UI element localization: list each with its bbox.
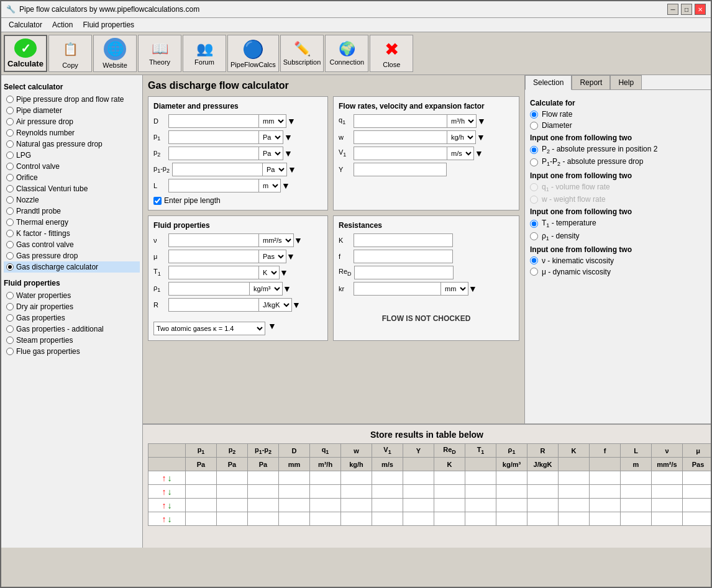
T1-input[interactable]: 288: [168, 266, 258, 279]
radio-gas-pressure[interactable]: [6, 252, 14, 260]
q1-input[interactable]: 102.906845: [354, 114, 447, 128]
pipeflowcalcs-button[interactable]: 🔵 PipeFlowCalcs: [227, 35, 279, 72]
flow-rate-radio[interactable]: [530, 111, 538, 119]
P1P2-unit-dropdown[interactable]: ▼: [288, 165, 296, 174]
sidebar-item-nozzle[interactable]: Nozzle: [4, 194, 140, 206]
radio-pipe-diameter[interactable]: [6, 107, 14, 114]
V1-input[interactable]: 90.989685: [354, 147, 447, 160]
v-kin-radio[interactable]: [530, 256, 538, 265]
f-input[interactable]: 0.03105155: [354, 250, 453, 263]
theory-button[interactable]: 📖 Theory: [138, 35, 181, 72]
sidebar-item-pipe-diameter[interactable]: Pipe diameter: [4, 105, 140, 116]
menu-calculator[interactable]: Calculator: [4, 19, 47, 30]
P1P2-unit-select[interactable]: Pa: [262, 163, 287, 176]
sidebar-item-venturi[interactable]: Classical Venturi tube: [4, 183, 140, 194]
calculate-button[interactable]: Calculate: [4, 35, 47, 72]
P2-unit-select[interactable]: Pa: [258, 147, 283, 160]
sidebar-item-flue-gas[interactable]: Flue gas properties: [4, 346, 140, 357]
row-1-up-red[interactable]: ↑: [162, 473, 167, 483]
sidebar-item-kfactor[interactable]: K factor - fittings: [4, 228, 140, 239]
V1-unit-select[interactable]: m/s: [447, 147, 474, 160]
enter-pipe-length-checkbox[interactable]: [153, 197, 162, 205]
sidebar-item-thermal[interactable]: Thermal energy: [4, 217, 140, 228]
radio-venturi[interactable]: [6, 185, 14, 192]
rho1-input[interactable]: 1.8147503: [168, 282, 249, 296]
sidebar-item-gas-props-additional[interactable]: Gas properties - additional: [4, 323, 140, 335]
P1-input[interactable]: 150000: [168, 130, 258, 144]
sidebar-item-pipe-pressure[interactable]: Pipe pressure drop and flow rate: [4, 94, 140, 105]
radio-gas-discharge[interactable]: [6, 263, 14, 271]
radio-lpg[interactable]: [6, 152, 14, 159]
rho1-dens-radio[interactable]: [530, 232, 538, 240]
P2-unit-dropdown[interactable]: ▼: [284, 148, 293, 158]
p2-abs-radio[interactable]: [530, 146, 538, 154]
minimize-button[interactable]: ─: [667, 4, 678, 15]
v-input[interactable]: 13.38: [168, 233, 258, 247]
sidebar-item-control-valve[interactable]: Control valve: [4, 161, 140, 172]
row-3-down-green[interactable]: ↓: [168, 500, 172, 510]
website-button[interactable]: 🌐 Website: [93, 35, 137, 72]
D-unit-dropdown[interactable]: ▼: [287, 116, 296, 126]
q1-vol-radio[interactable]: [530, 183, 538, 191]
R-unit-select[interactable]: J/kgK: [258, 298, 292, 312]
sidebar-item-reynolds[interactable]: Reynolds number: [4, 127, 140, 138]
sidebar-item-gas-discharge[interactable]: Gas discharge calculator: [4, 261, 140, 273]
v-unit-select[interactable]: mm²/s: [258, 233, 294, 247]
kr-input[interactable]: 0.1: [354, 282, 440, 296]
T1-unit-select[interactable]: K: [258, 266, 280, 279]
menu-action[interactable]: Action: [47, 19, 78, 30]
T1-temp-radio[interactable]: [530, 220, 538, 228]
sidebar-item-lpg[interactable]: LPG: [4, 150, 140, 161]
sidebar-item-prandtl[interactable]: Prandtl probe: [4, 206, 140, 217]
mu-input[interactable]: 2.428136E-005: [168, 250, 258, 263]
diameter-radio[interactable]: [530, 122, 538, 130]
q1-unit-select[interactable]: m³/h: [447, 114, 477, 128]
radio-gas-props[interactable]: [6, 314, 14, 322]
forum-button[interactable]: 👥 Forum: [183, 35, 226, 72]
radio-orifice[interactable]: [6, 174, 14, 181]
sidebar-item-orifice[interactable]: Orifice: [4, 172, 140, 183]
radio-flue-gas[interactable]: [6, 348, 14, 355]
P1-unit-select[interactable]: Pa: [258, 130, 283, 144]
radio-gas-props-additional[interactable]: [6, 325, 14, 333]
radio-control-valve[interactable]: [6, 163, 14, 170]
kr-unit-dropdown[interactable]: ▼: [468, 284, 477, 294]
radio-thermal[interactable]: [6, 219, 14, 226]
sidebar-item-gas-control[interactable]: Gas control valve: [4, 239, 140, 250]
sidebar-item-gas-props[interactable]: Gas properties: [4, 312, 140, 323]
radio-pipe-pressure[interactable]: [6, 96, 14, 103]
P1-unit-dropdown[interactable]: ▼: [284, 132, 293, 142]
L-input[interactable]: 2: [168, 179, 258, 192]
w-weight-radio[interactable]: [530, 196, 538, 204]
copy-button[interactable]: 📋 Copy: [48, 35, 92, 72]
sidebar-item-gas-pressure[interactable]: Gas pressure drop: [4, 250, 140, 261]
tab-help[interactable]: Help: [610, 75, 642, 89]
row-4-down-green[interactable]: ↓: [168, 514, 172, 524]
radio-reynolds[interactable]: [6, 129, 14, 137]
tab-report[interactable]: Report: [572, 75, 610, 89]
mu-dyn-radio[interactable]: [530, 268, 538, 276]
R-input[interactable]: 287: [168, 298, 258, 312]
V1-unit-dropdown[interactable]: ▼: [475, 148, 483, 158]
rho1-unit-select[interactable]: kg/m³: [249, 282, 283, 296]
close-button[interactable]: ✖ Close: [370, 35, 413, 72]
radio-natural-gas[interactable]: [6, 140, 14, 148]
sidebar-item-steam[interactable]: Steam properties: [4, 335, 140, 346]
sidebar-item-water[interactable]: Water properties: [4, 290, 140, 301]
sidebar-item-natural-gas[interactable]: Natural gas pressure drop: [4, 138, 140, 150]
sidebar-item-air-pressure[interactable]: Air pressure drop: [4, 116, 140, 127]
Y-input[interactable]: 0.84212846: [354, 163, 447, 176]
sidebar-item-dry-air[interactable]: Dry air properties: [4, 301, 140, 312]
row-2-up-red[interactable]: ↑: [162, 487, 167, 497]
kr-unit-select[interactable]: mm: [440, 282, 468, 296]
ReD-input[interactable]: 136008.5: [354, 266, 454, 279]
row-4-up-red[interactable]: ↑: [162, 514, 167, 524]
radio-prandtl[interactable]: [6, 207, 14, 215]
L-unit-select[interactable]: m: [258, 179, 281, 192]
radio-dry-air[interactable]: [6, 303, 14, 310]
w-unit-select[interactable]: kg/h: [447, 130, 476, 144]
radio-nozzle[interactable]: [6, 196, 14, 204]
P2-input[interactable]: 101325: [168, 147, 258, 160]
tab-selection[interactable]: Selection: [525, 75, 572, 90]
w-unit-dropdown[interactable]: ▼: [477, 132, 485, 142]
